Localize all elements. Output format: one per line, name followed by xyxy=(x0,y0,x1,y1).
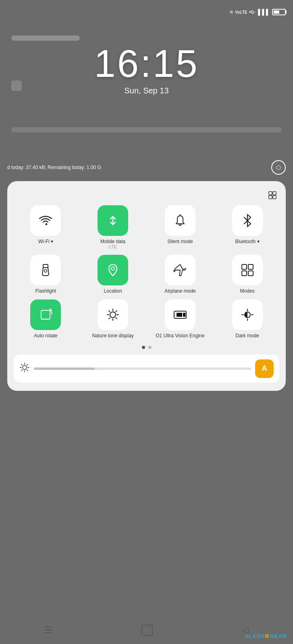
modes-icon-box xyxy=(232,255,263,285)
clock-time: 16:15 xyxy=(0,44,293,83)
flashlight-icon-box xyxy=(30,255,61,285)
nav-menu-button[interactable]: ☰ xyxy=(44,625,52,636)
brightness-slider-fill xyxy=(34,367,95,370)
qs-item-flashlight[interactable]: Flashlight xyxy=(14,255,78,294)
brightness-slider-track[interactable] xyxy=(34,367,251,370)
brightness-icon xyxy=(19,362,30,375)
svg-rect-0 xyxy=(269,192,272,195)
volte-icon: VoLTE xyxy=(235,10,247,14)
qs-item-dark-mode[interactable]: Dark mode xyxy=(215,299,279,339)
signal-bars-icon: ▌▌▌ xyxy=(258,9,270,15)
qs-header xyxy=(14,188,279,202)
airplane-mode-icon xyxy=(173,263,187,277)
qs-item-mobile-data[interactable]: Mobile data LTE xyxy=(81,205,145,249)
qs-grid-row-1: Wi-Fi ▾ Mobile data LTE xyxy=(14,205,279,249)
qs-item-nature-tone[interactable]: Nature tone display xyxy=(81,299,145,339)
location-icon xyxy=(106,263,119,277)
svg-rect-7 xyxy=(44,270,47,272)
dot-2[interactable] xyxy=(148,346,152,349)
svg-rect-3 xyxy=(273,196,276,199)
brightness-row: A xyxy=(14,355,279,383)
nature-tone-label: Nature tone display xyxy=(92,333,133,339)
bluetooth-icon-box xyxy=(232,205,263,236)
svg-line-21 xyxy=(116,311,117,312)
qs-grid-row-3: Auto rotate Nature tone display xyxy=(14,299,279,339)
silent-mode-icon xyxy=(173,213,187,228)
location-icon-box xyxy=(98,255,128,285)
notification-blur-1 xyxy=(11,35,80,41)
data-usage-bar: d today: 37.40 kB; Remaining today: 1.00… xyxy=(0,160,293,175)
svg-line-36 xyxy=(21,364,22,365)
svg-rect-25 xyxy=(183,313,185,317)
svg-line-38 xyxy=(27,364,28,365)
auto-brightness-button[interactable]: A xyxy=(255,359,274,378)
qs-item-airplane-mode[interactable]: Airplane mode xyxy=(148,255,212,294)
svg-point-14 xyxy=(110,312,116,318)
svg-rect-12 xyxy=(248,271,253,276)
ultra-vision-icon-box xyxy=(165,299,195,330)
nature-tone-icon xyxy=(106,308,120,322)
auto-brightness-label: A xyxy=(262,364,267,373)
edit-icon xyxy=(268,191,277,200)
svg-rect-10 xyxy=(248,264,253,269)
dark-mode-icon-box xyxy=(232,299,263,330)
ultra-vision-icon xyxy=(172,307,188,322)
airplane-mode-icon-box xyxy=(165,255,195,285)
auto-rotate-label: Auto rotate xyxy=(34,333,58,339)
menu-icon: ☰ xyxy=(44,625,52,635)
qs-item-modes[interactable]: Modes xyxy=(215,255,279,294)
svg-rect-24 xyxy=(177,313,182,317)
status-bar: 𝕹 VoLTE ⁴G↑ ▌▌▌ xyxy=(230,9,286,15)
notification-blur-2 xyxy=(11,80,22,91)
bluetooth-label: Bluetooth ▾ xyxy=(235,239,260,244)
silent-mode-icon-box xyxy=(165,205,195,236)
svg-point-31 xyxy=(23,365,27,369)
mobile-data-icon-box xyxy=(98,205,128,236)
page-dots xyxy=(14,346,279,349)
svg-rect-11 xyxy=(242,271,247,276)
brightness-sun-icon xyxy=(19,362,30,373)
wifi-label: Wi-Fi ▾ xyxy=(38,239,53,244)
watermark: SLASH⚙GEAR xyxy=(245,633,287,639)
qs-grid-row-2: Flashlight Location Airplane mode xyxy=(14,255,279,294)
dot-1[interactable] xyxy=(142,346,145,349)
mobile-data-icon xyxy=(106,213,120,228)
qs-item-auto-rotate[interactable]: Auto rotate xyxy=(14,299,78,339)
edit-button[interactable] xyxy=(266,188,279,202)
svg-line-37 xyxy=(27,369,28,370)
data-usage-text: d today: 37.40 kB; Remaining today: 1.00… xyxy=(7,165,267,170)
auto-rotate-icon-box xyxy=(30,299,61,330)
svg-line-39 xyxy=(21,369,22,370)
svg-line-20 xyxy=(116,318,117,319)
svg-rect-6 xyxy=(43,264,48,268)
quick-settings-panel: Wi-Fi ▾ Mobile data LTE xyxy=(7,181,286,391)
silent-mode-label: Silent mode xyxy=(167,239,193,244)
4g-icon: ⁴G↑ xyxy=(249,10,256,14)
dark-mode-icon xyxy=(240,308,255,322)
ultra-vision-label: O1 Ultra Vision Engine xyxy=(156,333,204,339)
svg-line-19 xyxy=(109,311,110,312)
bluetooth-icon xyxy=(241,213,254,228)
svg-rect-13 xyxy=(41,310,50,319)
qs-item-silent-mode[interactable]: Silent mode xyxy=(148,205,212,249)
notification-blur-3 xyxy=(11,127,282,132)
qs-item-wifi[interactable]: Wi-Fi ▾ xyxy=(14,205,78,249)
svg-rect-9 xyxy=(242,264,247,269)
airplane-mode-label: Airplane mode xyxy=(164,288,195,294)
clock-area: 16:15 Sun, Sep 13 xyxy=(0,44,293,95)
qs-item-location[interactable]: Location xyxy=(81,255,145,294)
qs-item-bluetooth[interactable]: Bluetooth ▾ xyxy=(215,205,279,249)
qs-item-ultra-vision[interactable]: O1 Ultra Vision Engine xyxy=(148,299,212,339)
modes-icon xyxy=(240,263,255,277)
modes-label: Modes xyxy=(240,288,255,294)
location-label: Location xyxy=(104,288,122,294)
mobile-data-label: Mobile data xyxy=(100,239,125,244)
svg-rect-1 xyxy=(273,192,276,195)
svg-line-22 xyxy=(109,318,110,319)
flashlight-label: Flashlight xyxy=(35,288,56,294)
svg-point-8 xyxy=(111,267,114,270)
nature-tone-icon-box xyxy=(98,299,128,330)
data-settings-icon[interactable]: ⬡ xyxy=(271,160,286,175)
svg-rect-2 xyxy=(269,196,272,199)
nav-home-button[interactable] xyxy=(141,625,153,636)
